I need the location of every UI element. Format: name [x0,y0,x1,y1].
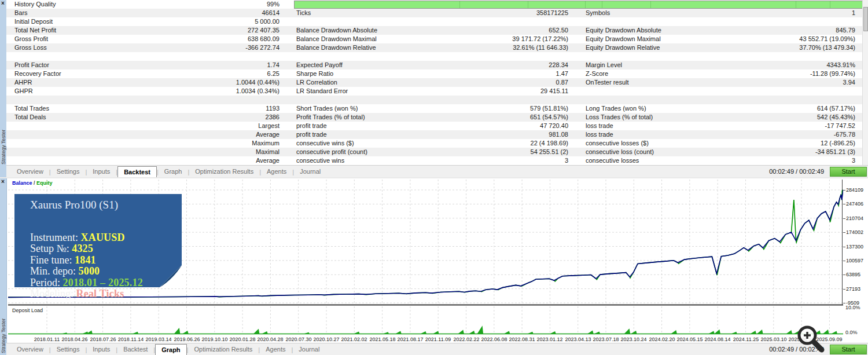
deposit-load-spike [594,331,601,334]
scrollbar[interactable] [862,0,868,165]
deposit-load-spike [587,331,594,334]
stat-value: -11.28 (99.74%) [586,69,855,78]
progress-segment-divider [528,1,528,8]
graph-tabbar: Overview|Settings|Inputs|Backtest|Graph|… [6,343,868,355]
stat-value: 43 552.71 (19.09%) [586,35,855,43]
tab-optimization-results[interactable]: Optimization Results [189,166,259,178]
tab-graph[interactable]: Graph [155,344,186,355]
tab-overview[interactable]: Overview [11,343,49,355]
annotation-title: Xaurus Pro100 (S1) [30,199,118,211]
start-button[interactable]: Start [830,345,867,354]
stats-row: Averageconsecutive wins3consecutive loss… [6,156,862,165]
stat-value: 54 255.51 (2) [296,148,568,156]
progress-segment-divider [796,1,796,8]
tab-inputs[interactable]: Inputs [87,166,116,178]
stat-value: Maximal [6,148,279,156]
stat-value: 22 (4 198.69) [296,139,568,148]
tab-journal[interactable]: Journal [293,343,325,355]
stat-value: Average [6,156,279,165]
stat-value: 638 680.09 [6,35,279,43]
stat-value: 6.25 [6,69,279,78]
annotation-line-label: Fine tune: [30,254,75,266]
stats-row: History Quality99% [6,0,862,9]
deposit-load-spike [421,331,427,334]
stat-value: 614 (57.17%) [586,104,855,113]
stats-row: Total Deals2386Profit Trades (% of total… [6,113,862,122]
deposit-load-spike [304,332,310,334]
tab-agents[interactable]: Agents [261,166,292,178]
annotation-line-value: 5000 [79,265,100,277]
tab-graph[interactable]: Graph [159,166,188,178]
deposit-load-spike [714,330,720,334]
y-axis-tick [843,204,845,204]
deposit-load-spike [469,331,475,334]
stat-value: 358171225 [296,9,568,17]
y-axis-tick [843,247,845,247]
stat-value: 2386 [6,113,279,122]
annotation-line-label: Period: [30,277,63,288]
strategy-tester-window: × Strategy Tester History Quality99%Bars… [0,0,868,355]
start-button[interactable]: Start [830,167,867,177]
deposit-load-chart [8,306,843,335]
y-axis-label: 284109 [846,187,863,193]
annotation-line-value: 2018.01 – 2025.12 [63,277,143,288]
tab-list: Overview|Settings|Inputs|Backtest|Graph|… [11,343,325,355]
tab-agents[interactable]: Agents [260,343,291,355]
tab-settings[interactable]: Settings [51,343,86,355]
tab-settings[interactable]: Settings [51,166,86,178]
annotation-line-label: Instrument: [30,232,81,243]
close-icon[interactable]: × [1,1,6,6]
tab-inputs[interactable]: Inputs [87,343,116,355]
stat-value: 272 407.35 [6,26,279,35]
y-axis-tick [843,275,845,275]
stats-table: History Quality99%Bars46614Ticks35817122… [6,0,862,165]
stat-value: 39 171.72 (17.22%) [296,35,568,43]
deposit-load-spike [133,332,139,334]
legend-separator: / [32,180,37,186]
stat-value: -675.78 [586,130,855,139]
annotation-line: Modeling: Real Ticks [30,288,124,300]
scrollbar-thumb[interactable] [863,7,868,31]
stat-value: 3 [296,156,568,165]
stat-value: 12 (-896.25) [586,139,855,148]
annotation-line: Setup №: 4325 [30,243,93,255]
deposit-load-spike [253,329,260,334]
deposit-load-spike [504,331,510,334]
stats-row: Initial Deposit5 000.00 [6,17,862,26]
stat-value: 37.70% (13 479.34) [586,43,855,52]
tab-journal[interactable]: Journal [294,166,326,178]
deposit-load-spike [262,331,268,334]
progress-segment-divider [602,1,602,8]
stat-value: 3 [586,156,855,165]
stat-value: 981.08 [296,130,568,139]
stat-value: 652.50 [296,26,568,35]
tab-list: Overview|Settings|Inputs|Backtest|Graph|… [11,166,326,178]
stats-row: Recovery Factor6.25Sharpe Ratio1.47Z-Sco… [6,69,862,78]
stat-value: 1.0044 (0.44%) [6,78,279,87]
stat-value: 542 (45.43%) [586,113,855,122]
annotation-line: Fine tune: 1841 [30,254,96,266]
stat-value: 4343.91% [586,61,855,69]
tab-optimization-results[interactable]: Optimization Results [188,343,258,355]
stat-value: -34 851.21 (3) [586,148,855,156]
tab-backtest[interactable]: Backtest [117,166,157,178]
deposit-load-spike [751,331,757,334]
tab-backtest[interactable]: Backtest [117,343,153,355]
zoom-cursor-icon [795,323,825,353]
annotation-box: Xaurus Pro100 (S1) Instrument: XAUUSDSet… [14,194,182,287]
stat-value: 99% [6,0,279,9]
legend-balance: Balance [12,180,32,186]
deposit-load-scale-min: 0.0% [845,330,858,335]
deposit-load-spike [550,331,556,334]
stat-value: 579 (51.81%) [296,104,568,113]
y-axis-label: 174002 [846,229,863,235]
deposit-load-spike [671,330,677,334]
close-icon[interactable]: × [1,179,6,185]
stat-value: 845.79 [586,26,855,35]
deposit-load-label: Deposit Load [12,308,43,313]
progress-segment-divider [459,1,460,8]
tab-overview[interactable]: Overview [11,166,49,178]
stats-row: Profit Factor1.74Expected Payoff228.34Ma… [6,61,862,69]
deposit-load-spike [757,330,763,334]
deposit-load-spike [182,331,189,334]
